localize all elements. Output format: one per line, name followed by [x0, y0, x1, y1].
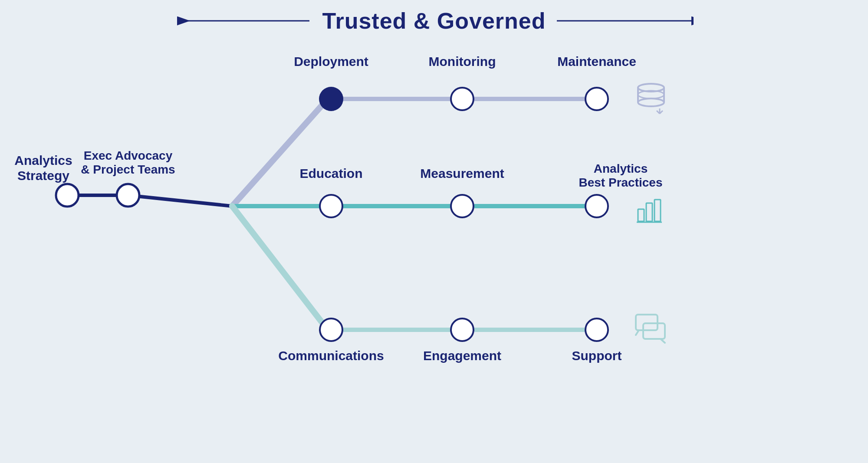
maintenance-node: [585, 88, 608, 110]
deployment-node: [319, 87, 343, 111]
database-icon: [638, 84, 664, 114]
main-container: Trusted & Governed: [0, 0, 868, 463]
communications-label: Communications: [278, 348, 384, 363]
chat-icon: [636, 315, 665, 343]
analytics-strategy-label2: Strategy: [17, 168, 69, 183]
education-node: [320, 195, 342, 217]
measurement-node: [451, 195, 473, 217]
svg-point-16: [638, 99, 664, 106]
analytics-strategy-node: [56, 184, 79, 207]
best-practices-label: Analytics: [594, 162, 648, 175]
exec-advocacy-label: Exec Advocacy: [84, 149, 173, 162]
svg-line-6: [232, 99, 328, 206]
svg-rect-25: [654, 200, 661, 221]
monitoring-label: Monitoring: [429, 54, 496, 69]
best-practices-node: [585, 195, 608, 217]
svg-rect-24: [646, 203, 652, 221]
monitoring-node: [451, 88, 473, 110]
best-practices-label2: Best Practices: [579, 176, 662, 189]
svg-rect-23: [638, 209, 644, 221]
exec-advocacy-node: [117, 184, 139, 207]
exec-advocacy-label2: & Project Teams: [81, 163, 175, 176]
maintenance-label: Maintenance: [557, 54, 636, 69]
engagement-label: Engagement: [423, 348, 501, 363]
communications-node: [320, 319, 342, 341]
diagram-svg: Analytics Strategy Exec Advocacy & Proje…: [0, 0, 868, 463]
support-node: [585, 319, 608, 341]
measurement-label: Measurement: [420, 166, 504, 181]
support-label: Support: [572, 348, 622, 363]
analytics-strategy-label: Analytics: [14, 153, 72, 167]
chart-icon: [637, 200, 662, 222]
deployment-label: Deployment: [294, 54, 368, 69]
svg-line-12: [232, 206, 328, 330]
svg-line-5: [128, 195, 232, 206]
education-label: Education: [299, 166, 362, 181]
engagement-node: [451, 319, 473, 341]
